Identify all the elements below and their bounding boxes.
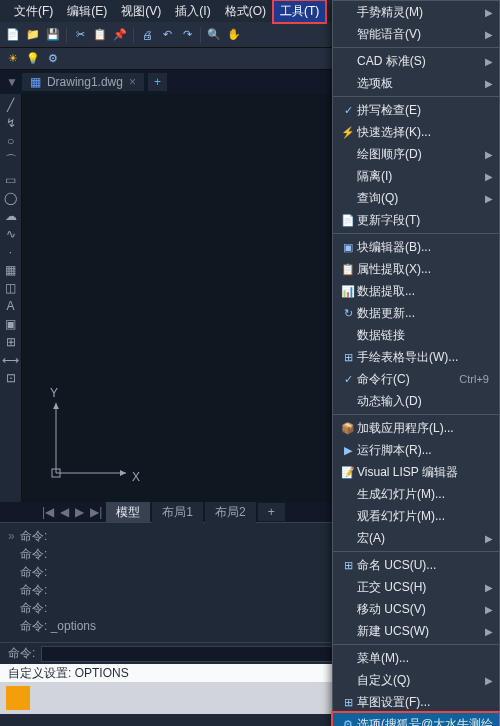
new-icon[interactable]: 📄 <box>4 26 22 44</box>
cloud-icon[interactable]: ☁ <box>5 209 17 223</box>
nav-prev-icon[interactable]: ◀ <box>58 505 71 519</box>
menu-separator <box>333 414 499 415</box>
hatch-icon[interactable]: ▦ <box>5 263 16 277</box>
menu-item[interactable]: 绘图顺序(D)▶ <box>333 143 499 165</box>
new-tab-button[interactable]: + <box>148 73 167 91</box>
submenu-arrow-icon: ▶ <box>485 533 493 544</box>
layout-tab-model[interactable]: 模型 <box>106 502 150 523</box>
menu-item[interactable]: 📋属性提取(X)... <box>333 258 499 280</box>
spline-icon[interactable]: ∿ <box>6 227 16 241</box>
light-icon[interactable]: 💡 <box>24 50 42 68</box>
save-icon[interactable]: 💾 <box>44 26 62 44</box>
menu-item[interactable]: ⊞草图设置(F)... <box>333 691 499 713</box>
menu-item[interactable]: ⚙选项(搜狐号@大水牛测绘 <box>333 713 499 726</box>
menu-item[interactable]: ↻数据更新... <box>333 302 499 324</box>
toolbar-separator <box>66 27 67 43</box>
nav-first-icon[interactable]: |◀ <box>40 505 56 519</box>
menu-item[interactable]: 菜单(M)... <box>333 647 499 669</box>
nav-last-icon[interactable]: ▶| <box>88 505 104 519</box>
log-line: 命令: _options <box>20 617 96 635</box>
cut-icon[interactable]: ✂ <box>71 26 89 44</box>
menu-item-label: 数据链接 <box>357 327 493 344</box>
polyline-icon[interactable]: ↯ <box>6 116 16 130</box>
menu-item[interactable]: ▶运行脚本(R)... <box>333 439 499 461</box>
menu-item-label: 宏(A) <box>357 530 485 547</box>
menu-item[interactable]: 查询(Q)▶ <box>333 187 499 209</box>
menu-item[interactable]: 选项板▶ <box>333 72 499 94</box>
text-icon[interactable]: A <box>6 299 14 313</box>
gear-icon[interactable]: ⚙ <box>44 50 62 68</box>
menu-item[interactable]: 智能语音(V)▶ <box>333 23 499 45</box>
layout-tab-add[interactable]: + <box>258 503 285 521</box>
menu-item-icon: ⚙ <box>339 718 357 727</box>
menu-item-label: 手绘表格导出(W)... <box>357 349 493 366</box>
region-icon[interactable]: ◫ <box>5 281 16 295</box>
menu-item-icon: ⊞ <box>339 696 357 709</box>
layout-tab-layout2[interactable]: 布局2 <box>205 502 256 523</box>
menu-item[interactable]: ⊞手绘表格导出(W)... <box>333 346 499 368</box>
menu-item-label: 运行脚本(R)... <box>357 442 493 459</box>
arc-icon[interactable]: ⌒ <box>5 152 17 169</box>
submenu-arrow-icon: ▶ <box>485 7 493 18</box>
menu-item[interactable]: 正交 UCS(H)▶ <box>333 576 499 598</box>
menu-item-label: 观看幻灯片(M)... <box>357 508 493 525</box>
menu-item[interactable]: 宏(A)▶ <box>333 527 499 549</box>
menu-item[interactable]: 📄更新字段(T) <box>333 209 499 231</box>
menu-item-icon: 📦 <box>339 422 357 435</box>
menu-edit[interactable]: 编辑(E) <box>61 1 113 22</box>
menu-item[interactable]: 📦加载应用程序(L)... <box>333 417 499 439</box>
paste-icon[interactable]: 📌 <box>111 26 129 44</box>
ellipse-icon[interactable]: ◯ <box>4 191 17 205</box>
close-icon[interactable]: × <box>129 75 136 89</box>
menu-item[interactable]: ✓拼写检查(E) <box>333 99 499 121</box>
copy-icon[interactable]: 📋 <box>91 26 109 44</box>
menu-item[interactable]: 新建 UCS(W)▶ <box>333 620 499 642</box>
field-icon[interactable]: ⊡ <box>6 371 16 385</box>
table-icon[interactable]: ⊞ <box>6 335 16 349</box>
print-icon[interactable]: 🖨 <box>138 26 156 44</box>
menu-item[interactable]: 数据链接 <box>333 324 499 346</box>
menu-view[interactable]: 视图(V) <box>115 1 167 22</box>
open-icon[interactable]: 📁 <box>24 26 42 44</box>
menu-item[interactable]: 手势精灵(M)▶ <box>333 1 499 23</box>
block-icon[interactable]: ▣ <box>5 317 16 331</box>
menu-item[interactable]: 动态输入(D) <box>333 390 499 412</box>
circle-icon[interactable]: ○ <box>7 134 14 148</box>
layer-icon[interactable]: ☀ <box>4 50 22 68</box>
document-tab[interactable]: ▦ Drawing1.dwg × <box>22 73 144 91</box>
menu-insert[interactable]: 插入(I) <box>169 1 216 22</box>
tools-menu: 手势精灵(M)▶智能语音(V)▶CAD 标准(S)▶选项板▶✓拼写检查(E)⚡快… <box>332 0 500 726</box>
menu-item[interactable]: 生成幻灯片(M)... <box>333 483 499 505</box>
dimension-icon[interactable]: ⟷ <box>2 353 19 367</box>
menu-item[interactable]: 📊数据提取... <box>333 280 499 302</box>
menu-item[interactable]: 移动 UCS(V)▶ <box>333 598 499 620</box>
menu-item[interactable]: 📝Visual LISP 编辑器 <box>333 461 499 483</box>
menu-item-label: 草图设置(F)... <box>357 694 493 711</box>
pan-icon[interactable]: ✋ <box>225 26 243 44</box>
menu-item[interactable]: ▣块编辑器(B)... <box>333 236 499 258</box>
menu-item-label: 正交 UCS(H) <box>357 579 485 596</box>
menu-file[interactable]: 文件(F) <box>8 1 59 22</box>
menu-item-icon: 📊 <box>339 285 357 298</box>
redo-icon[interactable]: ↷ <box>178 26 196 44</box>
nav-next-icon[interactable]: ▶ <box>73 505 86 519</box>
rectangle-icon[interactable]: ▭ <box>5 173 16 187</box>
menu-item[interactable]: 观看幻灯片(M)... <box>333 505 499 527</box>
menu-item-shortcut: Ctrl+9 <box>459 373 489 385</box>
menu-item[interactable]: ✓命令行(C)Ctrl+9 <box>333 368 499 390</box>
menu-item[interactable]: ⊞命名 UCS(U)... <box>333 554 499 576</box>
undo-icon[interactable]: ↶ <box>158 26 176 44</box>
menu-tools[interactable]: 工具(T) <box>274 1 325 22</box>
menu-item[interactable]: 隔离(I)▶ <box>333 165 499 187</box>
point-icon[interactable]: · <box>9 245 12 259</box>
menu-item[interactable]: CAD 标准(S)▶ <box>333 50 499 72</box>
line-icon[interactable]: ╱ <box>7 98 14 112</box>
log-line: 命令: <box>20 527 47 545</box>
menu-item[interactable]: ⚡快速选择(K)... <box>333 121 499 143</box>
zoom-icon[interactable]: 🔍 <box>205 26 223 44</box>
menu-item[interactable]: 自定义(Q)▶ <box>333 669 499 691</box>
taskbar-app-icon[interactable] <box>6 686 30 710</box>
layout-tab-layout1[interactable]: 布局1 <box>152 502 203 523</box>
tab-dropdown-icon[interactable]: ▼ <box>6 75 18 89</box>
menu-format[interactable]: 格式(O) <box>219 1 272 22</box>
